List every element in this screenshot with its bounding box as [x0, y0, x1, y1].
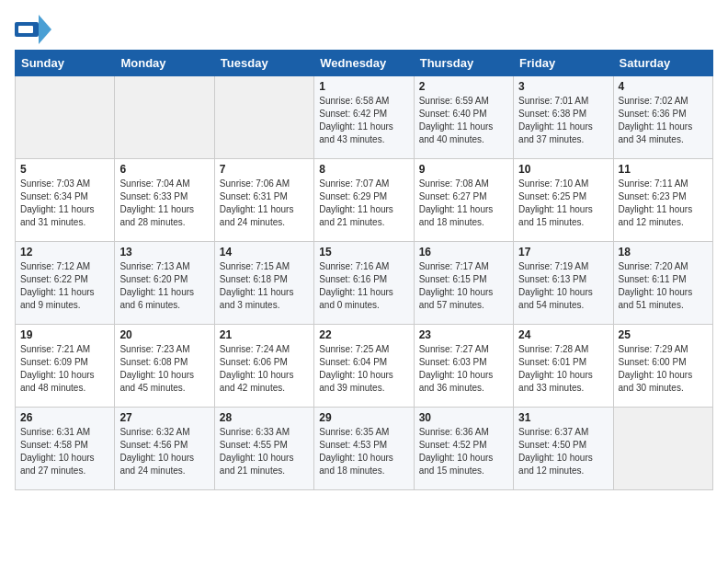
- day-info: Sunrise: 7:28 AM Sunset: 6:01 PM Dayligh…: [518, 343, 608, 395]
- day-number: 27: [119, 411, 209, 424]
- logo: [15, 15, 55, 42]
- day-info: Sunrise: 7:03 AM Sunset: 6:34 PM Dayligh…: [20, 178, 109, 229]
- day-info: Sunrise: 7:15 AM Sunset: 6:18 PM Dayligh…: [220, 260, 309, 312]
- day-info: Sunrise: 6:36 AM Sunset: 4:52 PM Dayligh…: [419, 426, 508, 477]
- calendar-cell: 26Sunrise: 6:31 AM Sunset: 4:58 PM Dayli…: [16, 408, 115, 490]
- calendar-cell: 23Sunrise: 7:27 AM Sunset: 6:03 PM Dayli…: [414, 325, 513, 408]
- day-info: Sunrise: 7:20 AM Sunset: 6:11 PM Dayligh…: [619, 260, 708, 312]
- calendar-cell: [613, 408, 712, 490]
- day-info: Sunrise: 7:19 AM Sunset: 6:13 PM Dayligh…: [518, 260, 608, 312]
- calendar-cell: 28Sunrise: 6:33 AM Sunset: 4:55 PM Dayli…: [214, 408, 313, 490]
- day-number: 12: [20, 246, 109, 259]
- day-info: Sunrise: 7:17 AM Sunset: 6:15 PM Dayligh…: [419, 260, 508, 312]
- day-info: Sunrise: 7:10 AM Sunset: 6:25 PM Dayligh…: [518, 178, 608, 229]
- day-info: Sunrise: 7:27 AM Sunset: 6:03 PM Dayligh…: [419, 343, 508, 395]
- day-number: 25: [619, 328, 708, 341]
- calendar-cell: 3Sunrise: 7:01 AM Sunset: 6:38 PM Daylig…: [514, 76, 613, 159]
- weekday-header-friday: Friday: [514, 51, 613, 76]
- day-number: 20: [119, 328, 209, 341]
- day-info: Sunrise: 7:08 AM Sunset: 6:27 PM Dayligh…: [419, 178, 508, 229]
- day-info: Sunrise: 7:04 AM Sunset: 6:33 PM Dayligh…: [119, 178, 209, 229]
- calendar-table: SundayMondayTuesdayWednesdayThursdayFrid…: [15, 50, 713, 490]
- calendar-cell: 4Sunrise: 7:02 AM Sunset: 6:36 PM Daylig…: [613, 76, 712, 159]
- day-info: Sunrise: 7:12 AM Sunset: 6:22 PM Dayligh…: [20, 260, 109, 312]
- day-info: Sunrise: 7:21 AM Sunset: 6:09 PM Dayligh…: [20, 343, 109, 395]
- day-number: 10: [518, 163, 608, 176]
- calendar-cell: 6Sunrise: 7:04 AM Sunset: 6:33 PM Daylig…: [115, 159, 214, 242]
- day-info: Sunrise: 7:23 AM Sunset: 6:08 PM Dayligh…: [119, 343, 209, 395]
- day-number: 24: [518, 328, 608, 341]
- day-info: Sunrise: 7:11 AM Sunset: 6:23 PM Dayligh…: [619, 178, 708, 229]
- day-info: Sunrise: 6:32 AM Sunset: 4:56 PM Dayligh…: [119, 426, 209, 477]
- weekday-header-saturday: Saturday: [613, 51, 712, 76]
- calendar-cell: 8Sunrise: 7:07 AM Sunset: 6:29 PM Daylig…: [314, 159, 414, 242]
- day-number: 13: [119, 246, 209, 259]
- calendar-cell: 25Sunrise: 7:29 AM Sunset: 6:00 PM Dayli…: [613, 325, 712, 408]
- weekday-header-wednesday: Wednesday: [314, 51, 414, 76]
- day-info: Sunrise: 6:58 AM Sunset: 6:42 PM Dayligh…: [319, 95, 408, 146]
- calendar-cell: 24Sunrise: 7:28 AM Sunset: 6:01 PM Dayli…: [514, 325, 613, 408]
- day-number: 23: [419, 328, 508, 341]
- day-info: Sunrise: 6:33 AM Sunset: 4:55 PM Dayligh…: [220, 426, 309, 477]
- calendar-cell: 15Sunrise: 7:16 AM Sunset: 6:16 PM Dayli…: [314, 242, 414, 325]
- day-info: Sunrise: 7:06 AM Sunset: 6:31 PM Dayligh…: [220, 178, 309, 229]
- day-info: Sunrise: 7:24 AM Sunset: 6:06 PM Dayligh…: [220, 343, 309, 395]
- day-number: 17: [518, 246, 608, 259]
- day-number: 15: [319, 246, 408, 259]
- day-number: 19: [20, 328, 109, 341]
- calendar-cell: 21Sunrise: 7:24 AM Sunset: 6:06 PM Dayli…: [214, 325, 313, 408]
- calendar-cell: 18Sunrise: 7:20 AM Sunset: 6:11 PM Dayli…: [613, 242, 712, 325]
- page-header: [15, 15, 713, 42]
- week-row-2: 5Sunrise: 7:03 AM Sunset: 6:34 PM Daylig…: [16, 159, 713, 242]
- day-info: Sunrise: 7:02 AM Sunset: 6:36 PM Dayligh…: [619, 95, 708, 146]
- calendar-cell: 29Sunrise: 6:35 AM Sunset: 4:53 PM Dayli…: [314, 408, 414, 490]
- day-number: 16: [419, 246, 508, 259]
- calendar-cell: 20Sunrise: 7:23 AM Sunset: 6:08 PM Dayli…: [115, 325, 214, 408]
- day-info: Sunrise: 7:25 AM Sunset: 6:04 PM Dayligh…: [319, 343, 408, 395]
- calendar-cell: 22Sunrise: 7:25 AM Sunset: 6:04 PM Dayli…: [314, 325, 414, 408]
- day-number: 21: [220, 328, 309, 341]
- day-number: 1: [319, 80, 408, 93]
- day-number: 2: [419, 80, 508, 93]
- svg-rect-2: [18, 26, 33, 33]
- calendar-cell: 7Sunrise: 7:06 AM Sunset: 6:31 PM Daylig…: [214, 159, 313, 242]
- calendar-cell: 12Sunrise: 7:12 AM Sunset: 6:22 PM Dayli…: [16, 242, 115, 325]
- calendar-cell: 13Sunrise: 7:13 AM Sunset: 6:20 PM Dayli…: [115, 242, 214, 325]
- day-number: 18: [619, 246, 708, 259]
- day-number: 22: [319, 328, 408, 341]
- week-row-3: 12Sunrise: 7:12 AM Sunset: 6:22 PM Dayli…: [16, 242, 713, 325]
- week-row-1: 1Sunrise: 6:58 AM Sunset: 6:42 PM Daylig…: [16, 76, 713, 159]
- calendar-cell: 1Sunrise: 6:58 AM Sunset: 6:42 PM Daylig…: [314, 76, 414, 159]
- day-info: Sunrise: 6:31 AM Sunset: 4:58 PM Dayligh…: [20, 426, 109, 477]
- calendar-cell: 16Sunrise: 7:17 AM Sunset: 6:15 PM Dayli…: [414, 242, 513, 325]
- calendar-cell: 30Sunrise: 6:36 AM Sunset: 4:52 PM Dayli…: [414, 408, 513, 490]
- weekday-header-tuesday: Tuesday: [214, 51, 313, 76]
- calendar-cell: 9Sunrise: 7:08 AM Sunset: 6:27 PM Daylig…: [414, 159, 513, 242]
- calendar-cell: [115, 76, 214, 159]
- day-number: 3: [518, 80, 608, 93]
- calendar-cell: 19Sunrise: 7:21 AM Sunset: 6:09 PM Dayli…: [16, 325, 115, 408]
- day-info: Sunrise: 7:07 AM Sunset: 6:29 PM Dayligh…: [319, 178, 408, 229]
- weekday-header-row: SundayMondayTuesdayWednesdayThursdayFrid…: [16, 51, 713, 76]
- calendar-cell: 10Sunrise: 7:10 AM Sunset: 6:25 PM Dayli…: [514, 159, 613, 242]
- day-number: 8: [319, 163, 408, 176]
- day-info: Sunrise: 6:37 AM Sunset: 4:50 PM Dayligh…: [518, 426, 608, 477]
- calendar-cell: 5Sunrise: 7:03 AM Sunset: 6:34 PM Daylig…: [16, 159, 115, 242]
- day-number: 9: [419, 163, 508, 176]
- day-info: Sunrise: 6:59 AM Sunset: 6:40 PM Dayligh…: [419, 95, 508, 146]
- day-number: 7: [220, 163, 309, 176]
- day-number: 30: [419, 411, 508, 424]
- week-row-4: 19Sunrise: 7:21 AM Sunset: 6:09 PM Dayli…: [16, 325, 713, 408]
- day-number: 4: [619, 80, 708, 93]
- day-number: 14: [220, 246, 309, 259]
- day-info: Sunrise: 7:29 AM Sunset: 6:00 PM Dayligh…: [619, 343, 708, 395]
- day-number: 5: [20, 163, 109, 176]
- weekday-header-monday: Monday: [115, 51, 214, 76]
- calendar-cell: 27Sunrise: 6:32 AM Sunset: 4:56 PM Dayli…: [115, 408, 214, 490]
- svg-marker-1: [39, 15, 51, 44]
- calendar-cell: [214, 76, 313, 159]
- day-number: 31: [518, 411, 608, 424]
- weekday-header-sunday: Sunday: [16, 51, 115, 76]
- day-number: 29: [319, 411, 408, 424]
- calendar-cell: 2Sunrise: 6:59 AM Sunset: 6:40 PM Daylig…: [414, 76, 513, 159]
